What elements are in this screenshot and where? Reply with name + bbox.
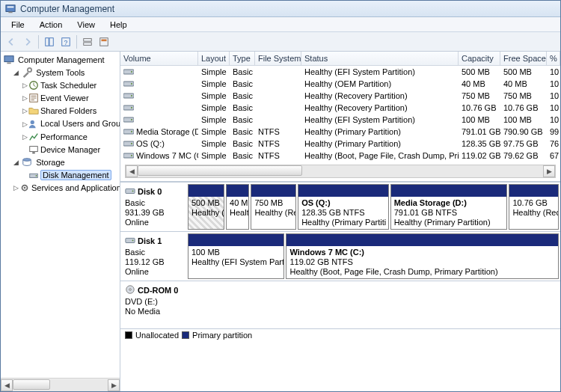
expand-icon[interactable]: ▷: [22, 92, 28, 104]
volume-pct: 67: [547, 150, 560, 162]
volume-row[interactable]: Media Storage (D:)SimpleBasicNTFSHealthy…: [120, 126, 560, 138]
volume-type: Basic: [230, 102, 255, 114]
partition-size: 750 MB: [254, 198, 292, 208]
tree-storage[interactable]: ◢ Storage Disk Management: [13, 156, 120, 181]
expand-icon[interactable]: ▷: [22, 105, 28, 117]
menu-bar: File Action View Help: [1, 17, 560, 32]
col-header-fs[interactable]: File System: [255, 52, 301, 66]
volume-pct: 99: [547, 126, 560, 138]
volume-pct: 76: [547, 138, 560, 150]
volume-row[interactable]: SimpleBasicHealthy (EFI System Partition…: [120, 114, 560, 126]
volume-row[interactable]: Windows 7 MC (C:)SimpleBasicNTFSHealthy …: [120, 150, 560, 162]
scroll-left-icon[interactable]: ◀: [126, 165, 138, 177]
expand-icon[interactable]: ▷: [13, 182, 19, 194]
svg-point-27: [131, 83, 132, 85]
tree-performance[interactable]: ▷Performance: [22, 130, 120, 143]
collapse-icon[interactable]: ◢: [13, 67, 19, 79]
scroll-left-icon[interactable]: ◀: [1, 379, 13, 391]
volume-fs: [255, 78, 301, 90]
scroll-thumb[interactable]: [13, 379, 50, 390]
disk-size: 931.39 GB: [125, 208, 183, 217]
back-button[interactable]: [4, 34, 19, 49]
volume-row[interactable]: OS (Q:)SimpleBasicNTFSHealthy (Primary P…: [120, 138, 560, 150]
volume-capacity: 119.02 GB: [459, 150, 500, 162]
partition[interactable]: 500 MBHealthy (EFI: [188, 184, 224, 230]
disk-info[interactable]: Disk 1Basic119.12 GBOnline: [122, 233, 186, 279]
volume-row[interactable]: SimpleBasicHealthy (EFI System Partition…: [120, 66, 560, 78]
volume-scrollbar[interactable]: ◀ ▶: [125, 165, 556, 178]
volume-list: Volume Layout Type File System Status Ca…: [120, 52, 560, 182]
disk-info[interactable]: Disk 0Basic931.39 GBOnline: [122, 184, 186, 230]
col-header-volume[interactable]: Volume: [120, 52, 198, 66]
menu-view[interactable]: View: [70, 19, 102, 31]
volume-type: Basic: [230, 138, 255, 150]
disk-type: Basic: [125, 198, 183, 207]
tree-disk-management[interactable]: Disk Management: [22, 168, 120, 181]
expand-icon[interactable]: ▷: [22, 131, 28, 143]
volume-header-row: Volume Layout Type File System Status Ca…: [120, 52, 560, 66]
menu-action[interactable]: Action: [32, 19, 70, 31]
app-icon: [5, 4, 16, 14]
volume-layout: Simple: [198, 126, 230, 138]
partition[interactable]: 100 MBHealthy (EFI System Parti: [188, 233, 284, 279]
legend-unallocated-swatch: [125, 331, 132, 339]
scroll-right-icon[interactable]: ▶: [543, 165, 555, 177]
volume-layout: Simple: [198, 78, 230, 90]
drive-icon: [123, 116, 134, 123]
tree-root[interactable]: Computer Management ◢ System Tools ▷Task…: [4, 53, 120, 194]
svg-rect-1: [7, 6, 14, 7]
svg-rect-3: [46, 37, 49, 46]
partition[interactable]: Media Storage (D:)791.01 GB NTFSHealthy …: [390, 184, 508, 230]
scroll-thumb[interactable]: [138, 165, 302, 176]
volume-capacity: 10.76 GB: [459, 102, 500, 114]
disk-name: Disk 1: [138, 236, 162, 245]
menu-file[interactable]: File: [4, 19, 32, 31]
scroll-right-icon[interactable]: ▶: [108, 379, 120, 391]
svg-rect-18: [32, 152, 35, 153]
storage-icon: [22, 157, 32, 168]
col-header-capacity[interactable]: Capacity: [459, 52, 500, 66]
col-header-status[interactable]: Status: [301, 52, 459, 66]
tree-services[interactable]: ▷Services and Applications: [13, 181, 120, 194]
settings-button[interactable]: [80, 34, 95, 49]
volume-fs: NTFS: [255, 126, 301, 138]
tree-device-manager[interactable]: Device Manager: [22, 143, 120, 156]
volume-row[interactable]: SimpleBasicHealthy (Recovery Partition)7…: [120, 90, 560, 102]
col-header-layout[interactable]: Layout: [198, 52, 230, 66]
partition[interactable]: 40 MBHealt: [226, 184, 249, 230]
volume-row[interactable]: SimpleBasicHealthy (OEM Partition)40 MB4…: [120, 78, 560, 90]
volume-capacity: 128.35 GB: [459, 138, 500, 150]
expand-icon[interactable]: ▷: [22, 118, 28, 130]
col-header-pct[interactable]: %: [547, 52, 560, 66]
more-actions-button[interactable]: [96, 34, 111, 49]
collapse-icon[interactable]: ◢: [13, 156, 19, 168]
volume-fs: NTFS: [255, 150, 301, 162]
tree-shared-folders[interactable]: ▷Shared Folders: [22, 104, 120, 117]
tree-event-viewer[interactable]: ▷Event Viewer: [22, 91, 120, 104]
volume-row[interactable]: SimpleBasicHealthy (Recovery Partition)1…: [120, 102, 560, 114]
partition[interactable]: 10.76 GBHealthy (Recovery: [509, 184, 559, 230]
volume-layout: Simple: [198, 66, 230, 78]
sidebar-scrollbar[interactable]: ◀ ▶: [1, 378, 120, 391]
volume-name: Media Storage (D:): [136, 126, 198, 138]
show-hide-tree-button[interactable]: [42, 34, 57, 49]
menu-help[interactable]: Help: [102, 19, 135, 31]
partition-size: 119.02 GB NTFS: [289, 257, 555, 267]
col-header-type[interactable]: Type: [230, 52, 255, 66]
disk-info[interactable]: CD-ROM 0DVD (E:)No Media: [122, 283, 186, 327]
tree-system-tools[interactable]: ◢ System Tools ▷Task Scheduler ▷Event Vi…: [13, 66, 120, 156]
help-button[interactable]: ?: [58, 34, 73, 49]
tree-task-scheduler[interactable]: ▷Task Scheduler: [22, 79, 120, 91]
tree-local-users[interactable]: ▷Local Users and Groups: [22, 117, 120, 129]
partition[interactable]: 750 MBHealthy (Rec: [251, 184, 296, 230]
partition[interactable]: Windows 7 MC (C:)119.02 GB NTFSHealthy (…: [286, 233, 559, 279]
clock-icon: [28, 80, 39, 91]
event-icon: [28, 93, 39, 103]
svg-rect-0: [6, 4, 15, 11]
partition[interactable]: OS (Q:)128.35 GB NTFSHealthy (Primary Pa…: [298, 184, 388, 230]
volume-status: Healthy (Recovery Partition): [301, 102, 459, 114]
forward-button[interactable]: [20, 34, 35, 49]
expand-icon[interactable]: ▷: [22, 79, 28, 91]
col-header-free[interactable]: Free Space: [500, 52, 547, 66]
svg-point-25: [131, 71, 132, 73]
